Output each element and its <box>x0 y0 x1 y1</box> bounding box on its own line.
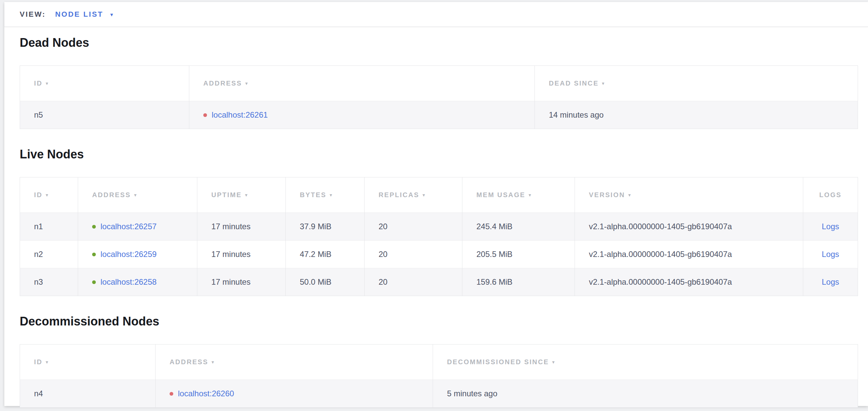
view-label: VIEW: <box>20 10 46 19</box>
view-dropdown-value[interactable]: NODE LIST <box>55 10 103 19</box>
decommissioned-since-cell: 5 minutes ago <box>433 380 858 408</box>
column-header-id[interactable]: ID▾ <box>20 177 78 213</box>
sort-caret-icon: ▾ <box>134 193 137 198</box>
column-header-label: UPTIME <box>211 191 242 199</box>
view-dropdown[interactable]: NODE LIST ▼ <box>55 10 114 19</box>
node-address-link[interactable]: localhost:26259 <box>100 249 157 259</box>
uptime-value: 17 minutes <box>211 249 250 259</box>
uptime-value: 17 minutes <box>211 222 250 231</box>
view-toolbar: VIEW: NODE LIST ▼ <box>4 2 868 27</box>
column-header-label: LOGS <box>819 191 842 199</box>
column-header-label: ADDRESS <box>169 358 208 365</box>
bytes-value: 37.9 MiB <box>300 222 332 231</box>
logs-link[interactable]: Logs <box>822 277 839 286</box>
uptime-cell: 17 minutes <box>197 241 286 268</box>
live-status-dot-icon <box>92 253 96 256</box>
column-header-label: ID <box>34 80 42 87</box>
sort-caret-icon: ▾ <box>46 193 49 198</box>
column-header-uptime[interactable]: UPTIME▾ <box>197 177 286 213</box>
column-header-version[interactable]: VERSION▾ <box>575 177 803 213</box>
table-row: n2 localhost:26259 17 minutes 47.2 MiB 2… <box>20 241 858 268</box>
column-header-address[interactable]: ADDRESS▾ <box>78 177 197 213</box>
live-nodes-table: ID▾ ADDRESS▾ UPTIME▾ BYTES▾ REPLICAS▾ <box>20 177 858 296</box>
node-address-link[interactable]: localhost:26260 <box>178 389 234 398</box>
node-id-cell: n4 <box>20 380 156 408</box>
node-id-cell: n5 <box>20 101 189 129</box>
decommissioned-since-value: 5 minutes ago <box>447 389 497 398</box>
node-address-cell: localhost:26260 <box>156 380 433 408</box>
replicas-value: 20 <box>379 222 388 231</box>
node-id-cell: n3 <box>20 268 78 296</box>
table-row: n5 localhost:26261 14 minutes ago <box>20 101 858 129</box>
replicas-cell: 20 <box>365 241 462 268</box>
column-header-label: ADDRESS <box>203 80 242 87</box>
node-id: n4 <box>34 389 43 398</box>
sort-caret-icon: ▾ <box>423 193 426 198</box>
node-id: n5 <box>34 110 43 119</box>
node-id-cell: n2 <box>20 241 78 268</box>
sort-caret-icon: ▾ <box>330 193 333 198</box>
decommissioned-nodes-heading: Decommissioned Nodes <box>20 314 858 329</box>
mem-usage-cell: 205.5 MiB <box>462 241 575 268</box>
live-status-dot-icon <box>92 225 96 229</box>
node-list-page: VIEW: NODE LIST ▼ Dead Nodes ID▾ ADDRESS… <box>4 2 868 406</box>
mem-usage-cell: 159.6 MiB <box>462 268 575 296</box>
version-cell: v2.1-alpha.00000000-1405-gb6190407a <box>575 213 803 241</box>
mem-usage-value: 159.6 MiB <box>476 277 513 286</box>
bytes-value: 50.0 MiB <box>300 277 332 286</box>
dead-nodes-table: ID▾ ADDRESS▾ DEAD SINCE▾ n5 <box>20 65 858 129</box>
column-header-label: DEAD SINCE <box>549 80 598 87</box>
sort-caret-icon: ▾ <box>46 81 49 86</box>
column-header-bytes[interactable]: BYTES▾ <box>286 177 365 213</box>
live-status-dot-icon <box>92 280 96 284</box>
mem-usage-value: 205.5 MiB <box>476 249 513 259</box>
column-header-dead-since[interactable]: DEAD SINCE▾ <box>535 66 858 101</box>
sort-caret-icon: ▾ <box>602 81 605 86</box>
version-cell: v2.1-alpha.00000000-1405-gb6190407a <box>575 241 803 268</box>
mem-usage-cell: 245.4 MiB <box>462 213 575 241</box>
column-header-decommissioned-since[interactable]: DECOMMISSIONED SINCE▾ <box>433 345 858 380</box>
node-address-cell: localhost:26261 <box>189 101 535 129</box>
decommissioned-nodes-table: ID▾ ADDRESS▾ DECOMMISSIONED SINCE▾ n4 <box>20 344 858 408</box>
column-header-address[interactable]: ADDRESS▾ <box>156 345 433 380</box>
uptime-cell: 17 minutes <box>197 268 286 296</box>
logs-cell: Logs <box>803 213 858 241</box>
node-address-link[interactable]: localhost:26257 <box>100 222 157 231</box>
table-header-row: ID▾ ADDRESS▾ UPTIME▾ BYTES▾ REPLICAS▾ <box>20 177 858 213</box>
column-header-label: ADDRESS <box>92 191 131 199</box>
logs-link[interactable]: Logs <box>822 249 839 259</box>
bytes-cell: 37.9 MiB <box>286 213 365 241</box>
uptime-cell: 17 minutes <box>197 213 286 241</box>
node-address-cell: localhost:26258 <box>78 268 197 296</box>
bytes-cell: 47.2 MiB <box>286 241 365 268</box>
page-content: Dead Nodes ID▾ ADDRESS▾ DEAD SINCE▾ <box>4 35 868 408</box>
table-header-row: ID▾ ADDRESS▾ DEAD SINCE▾ <box>20 66 858 101</box>
version-cell: v2.1-alpha.00000000-1405-gb6190407a <box>575 268 803 296</box>
dead-nodes-heading: Dead Nodes <box>20 35 858 50</box>
node-address-cell: localhost:26259 <box>78 241 197 268</box>
node-address-link[interactable]: localhost:26261 <box>212 110 268 120</box>
dropdown-caret-icon[interactable]: ▼ <box>110 12 114 18</box>
column-header-label: VERSION <box>589 191 625 199</box>
column-header-label: ID <box>34 358 42 365</box>
node-address-link[interactable]: localhost:26258 <box>100 277 157 287</box>
column-header-mem-usage[interactable]: MEM USAGE▾ <box>462 177 575 213</box>
column-header-label: MEM USAGE <box>476 191 525 199</box>
column-header-label: REPLICAS <box>379 191 419 199</box>
logs-link[interactable]: Logs <box>822 222 839 231</box>
dead-since-value: 14 minutes ago <box>549 110 603 119</box>
version-value: v2.1-alpha.00000000-1405-gb6190407a <box>589 222 732 231</box>
replicas-value: 20 <box>379 277 388 286</box>
bytes-cell: 50.0 MiB <box>286 268 365 296</box>
node-id: n2 <box>34 249 43 259</box>
column-header-id[interactable]: ID▾ <box>20 66 189 101</box>
node-address-cell: localhost:26257 <box>78 213 197 241</box>
sort-caret-icon: ▾ <box>46 359 49 364</box>
column-header-label: DECOMMISSIONED SINCE <box>447 358 549 365</box>
logs-cell: Logs <box>803 268 858 296</box>
column-header-replicas[interactable]: REPLICAS▾ <box>365 177 462 213</box>
sort-caret-icon: ▾ <box>529 193 532 198</box>
column-header-address[interactable]: ADDRESS▾ <box>189 66 535 101</box>
sort-caret-icon: ▾ <box>628 193 631 198</box>
column-header-id[interactable]: ID▾ <box>20 345 156 380</box>
